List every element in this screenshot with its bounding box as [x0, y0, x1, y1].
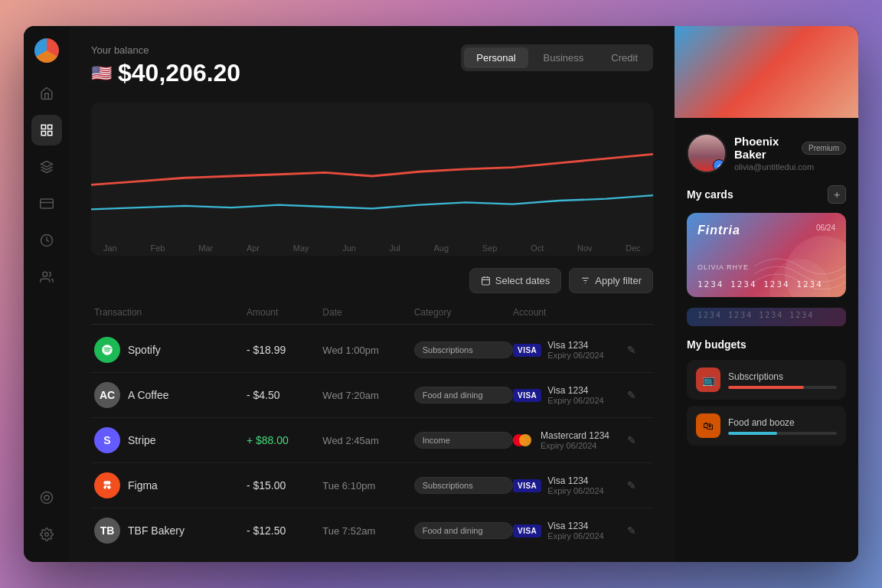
- filter-row: Select dates Apply filter: [91, 268, 653, 293]
- avatar: ✓: [687, 133, 727, 173]
- sidebar-item-cards[interactable]: [31, 188, 62, 219]
- col-category: Category: [414, 307, 513, 318]
- budget-name-subscriptions: Subscriptions: [728, 371, 837, 382]
- budget-bar-subscriptions: [728, 386, 837, 389]
- tx-icon-stripe: S: [94, 427, 120, 453]
- edit-button-tbfbakery[interactable]: ✎: [627, 524, 650, 537]
- filter-icon: [580, 276, 590, 286]
- month-aug: Aug: [434, 243, 449, 253]
- chart-labels: Jan Feb Mar Apr May Jun Jul Aug Sep Oct …: [91, 243, 653, 253]
- tab-credit[interactable]: Credit: [599, 47, 650, 68]
- user-section: ✓ Phoenix Baker Premium olivia@untitledu…: [687, 133, 846, 173]
- visa-icon-tbfbakery: VISA: [513, 524, 541, 537]
- edit-button-spotify[interactable]: ✎: [627, 344, 650, 356]
- table-row: Figma - $15.00 Tue 6:10pm Subscriptions …: [91, 463, 653, 508]
- budget-item-subscriptions: 📺 Subscriptions: [687, 360, 846, 400]
- budget-fill-subscriptions: [728, 386, 804, 389]
- account-expiry-spotify: Expiry 06/2024: [547, 351, 603, 360]
- user-name: Phoenix Baker Premium: [734, 135, 846, 161]
- sidebar-item-layers[interactable]: [31, 152, 62, 182]
- sidebar-item-history[interactable]: [31, 225, 62, 256]
- tx-date-stripe: Wed 2:45am: [322, 435, 413, 446]
- visa-icon-figma: VISA: [513, 479, 541, 492]
- col-actions: [627, 307, 650, 318]
- card-visual-top: [675, 26, 858, 118]
- tx-account-acoffee: VISA Visa 1234 Expiry 06/2024: [513, 385, 627, 405]
- svg-point-11: [45, 533, 49, 537]
- chart-area: Jan Feb Mar Apr May Jun Jul Aug Sep Oct …: [91, 103, 653, 256]
- visa-icon-acoffee: VISA: [513, 389, 541, 402]
- svg-rect-1: [48, 125, 52, 129]
- right-panel: ✓ Phoenix Baker Premium olivia@untitledu…: [675, 26, 858, 562]
- tx-icon-spotify: [94, 337, 120, 363]
- col-account: Account: [513, 307, 627, 318]
- edit-button-figma[interactable]: ✎: [627, 479, 650, 492]
- tx-date-spotify: Wed 1:00pm: [322, 345, 413, 356]
- budget-name-food-booze: Food and booze: [728, 417, 837, 428]
- tx-name-spotify: Spotify: [128, 344, 161, 356]
- account-expiry-figma: Expiry 06/2024: [547, 486, 603, 495]
- tx-account-figma: VISA Visa 1234 Expiry 06/2024: [513, 475, 627, 495]
- budget-bar-food-booze: [728, 432, 837, 435]
- app-window: Your balance 🇺🇸 $40,206.20 Personal Busi…: [24, 26, 858, 562]
- account-number-spotify: Visa 1234: [547, 340, 603, 351]
- tx-icon-figma: [94, 472, 120, 498]
- tx-name-tbfbakery: TBF Bakery: [128, 524, 185, 537]
- premium-badge: Premium: [802, 142, 846, 155]
- sidebar-item-settings[interactable]: [31, 519, 62, 550]
- transaction-cell-spotify: Spotify: [94, 337, 247, 363]
- svg-point-8: [43, 272, 47, 276]
- sidebar-item-users[interactable]: [31, 262, 62, 292]
- tab-personal[interactable]: Personal: [464, 47, 528, 68]
- month-jul: Jul: [390, 243, 400, 253]
- card-holder-name: OLIVIA RHYE: [697, 263, 749, 271]
- my-cards-header: My cards +: [687, 185, 846, 204]
- sidebar: [24, 26, 70, 562]
- tx-category-stripe: Income: [414, 432, 513, 449]
- svg-rect-2: [41, 132, 45, 136]
- my-cards-title: My cards: [687, 188, 733, 201]
- tx-account-tbfbakery: VISA Visa 1234 Expiry 06/2024: [513, 521, 627, 541]
- apply-filter-button[interactable]: Apply filter: [569, 268, 653, 293]
- balance-label: Your balance: [91, 44, 240, 56]
- edit-button-acoffee[interactable]: ✎: [627, 389, 650, 401]
- header-row: Your balance 🇺🇸 $40,206.20 Personal Busi…: [91, 44, 653, 87]
- sidebar-item-support[interactable]: [31, 482, 62, 513]
- month-feb: Feb: [150, 243, 165, 253]
- second-card-preview: 1234 1234 1234 1234: [687, 308, 846, 326]
- tx-category-tbfbakery: Food and dining: [414, 522, 513, 539]
- tx-account-spotify: VISA Visa 1234 Expiry 06/2024: [513, 340, 627, 360]
- main-content: Your balance 🇺🇸 $40,206.20 Personal Busi…: [70, 26, 675, 562]
- svg-rect-12: [482, 277, 489, 285]
- calendar-icon: [481, 276, 491, 286]
- tx-amount-acoffee: - $4.50: [247, 389, 322, 401]
- month-nov: Nov: [577, 243, 593, 253]
- app-logo[interactable]: [34, 38, 59, 63]
- table-row: AC A Coffee - $4.50 Wed 7:20am Food and …: [91, 373, 653, 418]
- select-dates-button[interactable]: Select dates: [469, 268, 562, 293]
- account-number-stripe: Mastercard 1234: [541, 430, 609, 441]
- transaction-cell-acoffee: AC A Coffee: [94, 382, 247, 408]
- my-budgets-title: My budgets: [687, 338, 746, 351]
- account-expiry-stripe: Expiry 06/2024: [541, 441, 609, 450]
- sidebar-item-home[interactable]: [31, 78, 62, 109]
- budget-icon-food-booze: 🛍: [696, 413, 720, 438]
- tab-business[interactable]: Business: [531, 47, 596, 68]
- account-tabs: Personal Business Credit: [461, 44, 653, 71]
- svg-marker-4: [41, 162, 53, 168]
- budget-fill-food-booze: [728, 432, 777, 435]
- account-number-figma: Visa 1234: [547, 475, 603, 486]
- col-amount: Amount: [247, 307, 322, 318]
- credit-card: Fintria 06/24 OLIVIA RHYE 1234 1234 1234…: [687, 213, 846, 297]
- svg-point-10: [44, 495, 49, 500]
- edit-button-stripe[interactable]: ✎: [627, 434, 650, 446]
- svg-rect-0: [41, 125, 45, 129]
- tx-name-stripe: Stripe: [128, 434, 156, 446]
- transaction-cell-figma: Figma: [94, 472, 247, 498]
- table-row: TB TBF Bakery - $12.50 Tue 7:52am Food a…: [91, 508, 653, 553]
- sidebar-item-dashboard[interactable]: [31, 115, 62, 145]
- svg-point-9: [41, 492, 53, 504]
- visa-icon-spotify: VISA: [513, 344, 541, 357]
- add-card-button[interactable]: +: [828, 185, 846, 204]
- balance-section: Your balance 🇺🇸 $40,206.20: [91, 44, 240, 87]
